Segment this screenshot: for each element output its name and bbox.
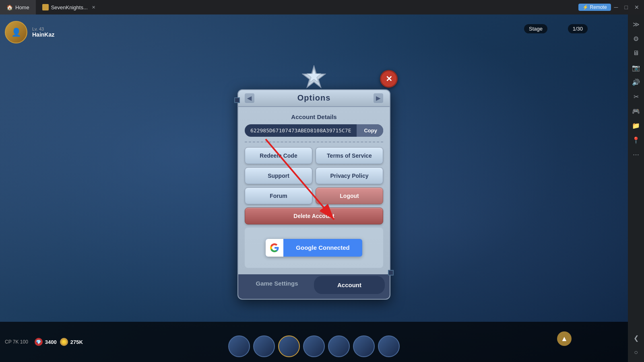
remote-badge: ⚡ Remote [578, 4, 611, 11]
delete-account-button[interactable]: Delete Account [245, 208, 383, 224]
remote-icon: ⚡ [582, 4, 588, 10]
modal-tabs: Game Settings Account [242, 274, 386, 296]
sidebar-scissors-icon[interactable]: ✂ [630, 90, 642, 103]
divider [245, 142, 383, 142]
tab-home[interactable]: 🏠 Home [0, 0, 36, 14]
close-icon[interactable]: ✕ [634, 4, 639, 10]
tab-account[interactable]: Account [314, 276, 385, 294]
tab-game-settings[interactable]: Game Settings [242, 274, 312, 296]
google-icon-box [266, 239, 283, 257]
right-sidebar: ≫ ⚙ 🖥 📷 🔊 ✂ 🎮 📁 📍 ⋯ ❮ ○ [628, 14, 644, 362]
google-connected-button[interactable]: Google Connected [266, 239, 362, 257]
modal-pin-left [234, 97, 240, 103]
modal-close-button[interactable]: ✕ [380, 70, 398, 88]
privacy-policy-button[interactable]: Privacy Policy [316, 167, 383, 184]
browser-chrome: 🏠 Home SevenKnights... ✕ ⚡ Remote ─ □ ✕ [0, 0, 644, 14]
sidebar-more-icon[interactable]: ⋯ [630, 148, 642, 161]
options-modal: ✕ ◀ Options ▶ Account Details 622985D671… [237, 77, 390, 300]
title-arrow-left[interactable]: ◀ [245, 93, 254, 103]
forum-button[interactable]: Forum [245, 187, 312, 204]
account-id-text: 622985D67107473ABED8108A39715C7E [245, 124, 357, 137]
tab-game[interactable]: SevenKnights... ✕ [36, 0, 102, 14]
modal-pin-right [388, 270, 394, 276]
copy-button[interactable]: Copy [357, 124, 383, 137]
sidebar-sound-icon[interactable]: 🔊 [630, 76, 642, 88]
modal-title-bar: ◀ Options ▶ [238, 90, 390, 107]
sidebar-camera-icon[interactable]: 📷 [630, 61, 642, 74]
logout-button[interactable]: Logout [316, 187, 383, 204]
social-section: Google Connected [245, 228, 383, 268]
account-id-row: 622985D67107473ABED8108A39715C7E Copy [245, 124, 383, 137]
google-connected-label: Google Connected [283, 244, 362, 251]
modal-overlay: ✕ ◀ Options ▶ Account Details 622985D671… [0, 14, 628, 362]
sidebar-display-icon[interactable]: 🖥 [630, 47, 642, 60]
maximize-icon[interactable]: □ [625, 4, 628, 10]
modal-body: ◀ Options ▶ Account Details 622985D67107… [237, 89, 390, 300]
options-button-grid: Redeem Code Terms of Service Support Pri… [245, 147, 383, 224]
tab-close-button[interactable]: ✕ [92, 5, 95, 10]
sidebar-location-icon[interactable]: 📍 [630, 134, 642, 146]
support-button[interactable]: Support [245, 167, 312, 184]
sidebar-gamepad-icon[interactable]: 🎮 [630, 105, 642, 117]
sidebar-settings-icon[interactable]: ⚙ [630, 32, 642, 45]
home-icon: 🏠 [6, 4, 13, 10]
modal-tabs-wrapper: Game Settings Account [238, 274, 390, 299]
game-area: 👤 Lv. 43 HainKaz Stage 1/30 CP 7K 100 💎 … [0, 14, 628, 362]
sidebar-arrow-left-icon[interactable]: ❮ [630, 331, 642, 344]
sidebar-folder-icon[interactable]: 📁 [630, 119, 642, 132]
window-controls: ─ □ ✕ [614, 4, 644, 10]
modal-content: Account Details 622985D67107473ABED8108A… [238, 107, 390, 274]
redeem-code-button[interactable]: Redeem Code [245, 147, 312, 164]
account-details-title: Account Details [245, 113, 383, 120]
terms-of-service-button[interactable]: Terms of Service [316, 147, 383, 164]
modal-emblem [302, 65, 326, 89]
google-logo-icon [270, 243, 279, 253]
title-arrow-right[interactable]: ▶ [374, 93, 383, 103]
sidebar-circle-icon[interactable]: ○ [630, 346, 642, 359]
tab-bar: 🏠 Home SevenKnights... ✕ [0, 0, 578, 14]
sidebar-expand-icon[interactable]: ≫ [630, 18, 642, 31]
minimize-icon[interactable]: ─ [614, 4, 618, 10]
game-favicon [42, 4, 49, 10]
modal-title: Options [297, 93, 331, 103]
